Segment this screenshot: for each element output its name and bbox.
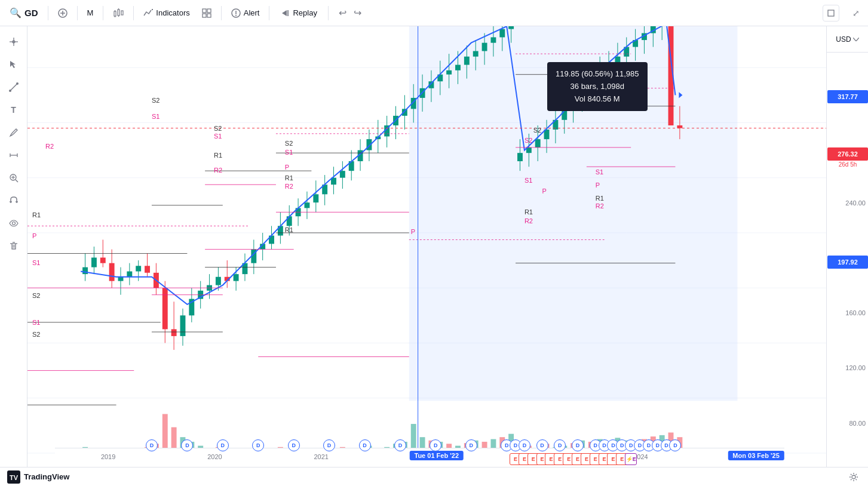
separator-1 — [48, 6, 48, 20]
svg-point-37 — [12, 222, 15, 225]
line-icon — [9, 82, 19, 92]
replay-button[interactable]: Replay — [274, 5, 323, 21]
zoom-icon — [9, 173, 19, 183]
trash-icon — [9, 241, 19, 251]
indicator-d-badge[interactable]: D — [536, 439, 548, 451]
price-axis: USD 317.77276.32240.00197.92160.00120.00… — [826, 26, 868, 486]
time-label-2019: 2019 — [101, 453, 115, 460]
chart-type-icon — [113, 8, 124, 19]
indicator-d-badge[interactable]: D — [146, 439, 158, 451]
undo-button[interactable]: ↩ — [336, 4, 349, 21]
svg-rect-11 — [203, 9, 206, 13]
main-toolbar: 🔍 GD M Indicators — [0, 0, 868, 26]
layout-icon — [202, 8, 211, 18]
settings-gear-button[interactable] — [846, 470, 861, 484]
tv-logo-text: TradingView — [24, 472, 69, 481]
chart-area[interactable]: 119.85 (60.56%) 11,985 36 bars, 1,098d V… — [27, 26, 826, 486]
line-tool[interactable] — [3, 76, 24, 98]
svg-rect-6 — [118, 10, 119, 16]
indicator-d-badge[interactable]: D — [519, 439, 530, 451]
eye-tool[interactable] — [3, 213, 24, 234]
time-label-2021: 2021 — [314, 453, 328, 460]
separator-3 — [103, 6, 103, 20]
chart-type-button[interactable] — [108, 5, 128, 21]
tradingview-logo: TV TradingView — [7, 470, 69, 484]
price-label-120: 120.00 — [845, 364, 866, 371]
time-badge-feb22: Tue 01 Feb '22 — [410, 451, 464, 460]
svg-line-25 — [10, 84, 17, 91]
brush-tool[interactable] — [3, 122, 24, 143]
chart-tooltip: 119.85 (60.56%) 11,985 36 bars, 1,098d V… — [547, 62, 648, 111]
svg-rect-14 — [207, 14, 211, 17]
price-label-276.32: 276.32 — [827, 147, 868, 161]
replay-label: Replay — [293, 8, 317, 17]
indicator-d-badge[interactable]: D — [394, 439, 406, 451]
svg-point-27 — [16, 82, 19, 85]
measure-icon — [9, 150, 19, 160]
expand-button[interactable]: ⤢ — [849, 6, 863, 20]
cursor-tool[interactable] — [3, 54, 24, 75]
indicator-d-badge[interactable]: D — [359, 439, 371, 451]
currency-label: USD — [836, 35, 851, 44]
svg-rect-20 — [828, 10, 834, 16]
separator-4 — [133, 6, 134, 20]
main-chart-canvas — [27, 26, 826, 467]
price-badge-317: 317.77 — [827, 90, 868, 103]
svg-marker-24 — [10, 61, 16, 68]
symbol-search[interactable]: 🔍 GD — [5, 4, 43, 21]
magnet-icon — [9, 196, 19, 205]
maximize-button[interactable] — [823, 5, 839, 21]
separator-6 — [269, 6, 269, 20]
svg-line-32 — [16, 180, 18, 182]
trash-tool[interactable] — [3, 235, 24, 257]
indicator-d-badge[interactable]: D — [572, 439, 584, 451]
time-badge-feb25: Mon 03 Feb '25 — [728, 451, 784, 460]
redo-button[interactable]: ↪ — [351, 4, 364, 21]
price-label-80: 80.00 — [849, 420, 866, 427]
text-tool[interactable]: T — [3, 99, 24, 121]
left-toolbar: T — [0, 26, 27, 486]
separator-5 — [221, 6, 222, 20]
alert-icon — [231, 8, 241, 18]
bottom-bar: TV TradingView — [0, 467, 868, 486]
zoom-tool[interactable] — [3, 167, 24, 189]
time-label-2020: 2020 — [207, 453, 222, 460]
plus-circle-icon — [58, 8, 68, 18]
crosshair-tool[interactable] — [3, 31, 24, 53]
magnet-tool[interactable] — [3, 190, 24, 211]
add-indicator-button[interactable] — [53, 5, 72, 21]
indicator-e-badge[interactable]: ⚡E — [625, 453, 637, 465]
tv-logo-icon: TV — [7, 470, 20, 484]
alert-button[interactable]: Alert — [226, 5, 265, 21]
indicator-d-badge[interactable]: D — [465, 439, 477, 451]
brush-icon — [9, 128, 19, 137]
alert-label: Alert — [244, 8, 260, 17]
gear-icon — [849, 472, 858, 482]
svg-text:TV: TV — [10, 474, 19, 481]
indicators-icon — [143, 8, 153, 18]
price-label-240: 240.00 — [845, 199, 866, 207]
tooltip-line2: 36 bars, 1,098d — [556, 81, 639, 93]
indicator-d-badge[interactable]: D — [323, 439, 335, 451]
svg-rect-9 — [121, 11, 123, 15]
price-label-160: 160.00 — [845, 309, 866, 316]
crosshair-icon — [8, 36, 19, 47]
separator-7 — [328, 6, 329, 20]
timeframe-selector[interactable]: M — [82, 5, 99, 20]
indicator-d-badge[interactable]: D — [288, 439, 300, 451]
indicators-button[interactable]: Indicators — [139, 5, 194, 21]
chart-container: T — [0, 26, 868, 486]
svg-rect-3 — [114, 11, 116, 16]
layout-button[interactable] — [197, 5, 216, 21]
svg-rect-10 — [152, 9, 153, 10]
timeframe-label: M — [87, 8, 94, 17]
svg-rect-13 — [203, 14, 206, 17]
measure-tool[interactable] — [3, 144, 24, 166]
tooltip-line3: Vol 840.56 M — [556, 93, 639, 106]
currency-selector[interactable]: USD — [826, 26, 868, 53]
indicator-d-badge[interactable]: D — [217, 439, 229, 451]
indicators-label: Indicators — [156, 8, 189, 17]
eye-icon — [9, 219, 19, 228]
svg-rect-12 — [207, 9, 211, 13]
time-to-expiry: 26d 5h — [827, 161, 868, 168]
